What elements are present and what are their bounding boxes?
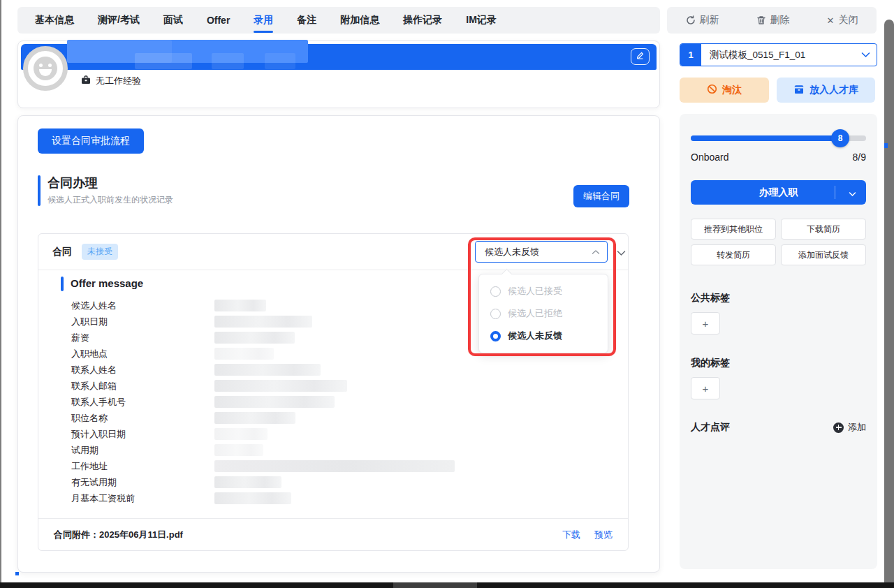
tab-assessment[interactable]: 测评/考试 bbox=[86, 7, 152, 34]
page-scrollbar[interactable] bbox=[884, 20, 894, 582]
redacted-value bbox=[214, 380, 347, 392]
download-resume-button[interactable]: 下载简历 bbox=[781, 219, 866, 240]
field-label: 候选人姓名 bbox=[71, 300, 214, 312]
field-row: 月基本工资税前 bbox=[71, 490, 614, 506]
stage-label: Onboard bbox=[691, 152, 728, 163]
tab-operation-log[interactable]: 操作记录 bbox=[391, 7, 454, 34]
field-label: 预计入职日期 bbox=[71, 428, 214, 441]
onboard-button[interactable]: 办理入职 bbox=[691, 180, 866, 205]
template-select-value: 测试模板_0515_F1_01 bbox=[701, 44, 854, 66]
experience-row: 无工作经验 bbox=[81, 75, 141, 87]
talent-pool-icon bbox=[793, 84, 805, 96]
offer-accent-bar bbox=[61, 277, 64, 291]
close-button[interactable]: ✕ 关闭 bbox=[827, 14, 858, 27]
tab-basic-info[interactable]: 基本信息 bbox=[23, 7, 86, 34]
section-subtitle: 候选人正式入职前发生的状况记录 bbox=[47, 194, 173, 206]
redacted-value bbox=[214, 348, 274, 360]
window-action-bar: 刷新 删除 ✕ 关闭 bbox=[667, 7, 877, 34]
field-row: 工作地址 bbox=[71, 458, 614, 474]
avatar-smiley-icon bbox=[34, 57, 57, 80]
stage-ratio: 8/9 bbox=[853, 152, 866, 163]
talent-pool-button[interactable]: 放入人才库 bbox=[777, 78, 875, 103]
option-candidate-rejected[interactable]: 候选人已拒绝 bbox=[479, 302, 608, 325]
scrollbar-marker bbox=[884, 143, 888, 148]
field-label: 入职日期 bbox=[71, 316, 214, 328]
chevron-up-icon bbox=[592, 247, 600, 257]
stage-progress-slider: 8 bbox=[691, 135, 866, 141]
edit-contract-button[interactable]: 编辑合同 bbox=[573, 185, 629, 207]
template-select[interactable]: 1 测试模板_0515_F1_01 bbox=[680, 43, 877, 66]
option-label: 候选人已拒绝 bbox=[508, 307, 562, 320]
radio-selected-icon bbox=[490, 331, 501, 341]
field-label: 联系人邮箱 bbox=[71, 380, 214, 392]
next-section-marker bbox=[15, 572, 19, 575]
add-interview-feedback-button[interactable]: 添加面试反馈 bbox=[781, 244, 866, 265]
contract-title: 合同 bbox=[52, 246, 72, 258]
attachment-row: 合同附件： 2025年06月11日.pdf 下载 预览 bbox=[38, 518, 628, 551]
setup-approval-flow-button[interactable]: 设置合同审批流程 bbox=[38, 128, 144, 154]
redacted-value bbox=[214, 300, 266, 311]
option-candidate-accepted[interactable]: 候选人已接受 bbox=[479, 280, 608, 302]
redacted-value bbox=[214, 316, 312, 328]
plus-circle-icon bbox=[833, 422, 844, 433]
field-label: 薪资 bbox=[71, 332, 214, 344]
trash-icon bbox=[756, 15, 766, 25]
redacted-value bbox=[214, 396, 335, 408]
contract-main-card: 设置合同审批流程 合同办理 候选人正式入职前发生的状况记录 编辑合同 合同 未接… bbox=[17, 115, 660, 573]
slider-fill bbox=[691, 135, 839, 141]
field-label: 联系人手机号 bbox=[71, 396, 214, 409]
refresh-icon bbox=[686, 15, 696, 25]
chevron-down-icon[interactable] bbox=[849, 188, 856, 199]
field-label: 联系人姓名 bbox=[71, 364, 214, 376]
feedback-select-value: 候选人未反馈 bbox=[485, 246, 539, 258]
field-row: 联系人手机号 bbox=[71, 394, 614, 410]
delete-button[interactable]: 删除 bbox=[756, 14, 790, 27]
tab-hire[interactable]: 录用 bbox=[242, 7, 285, 34]
redacted-info bbox=[212, 53, 244, 69]
refresh-button[interactable]: 刷新 bbox=[686, 14, 719, 27]
close-icon: ✕ bbox=[827, 15, 835, 26]
tab-im-log[interactable]: IM记录 bbox=[454, 7, 508, 34]
talent-review-row: 人才点评 添加 bbox=[691, 421, 866, 434]
option-candidate-no-feedback[interactable]: 候选人未反馈 bbox=[479, 325, 608, 347]
attachment-label: 合同附件： bbox=[54, 529, 99, 541]
reject-candidate-button[interactable]: 淘汰 bbox=[680, 78, 769, 103]
redacted-value bbox=[214, 332, 295, 344]
add-my-tag-button[interactable]: + bbox=[691, 377, 720, 399]
close-label: 关闭 bbox=[838, 14, 858, 27]
window-left-edge bbox=[0, 0, 1, 588]
redacted-value bbox=[214, 476, 281, 488]
recommend-other-job-button[interactable]: 推荐到其他职位 bbox=[691, 219, 776, 240]
tab-notes[interactable]: 备注 bbox=[285, 7, 328, 34]
redacted-info bbox=[265, 53, 295, 69]
tab-offer[interactable]: Offer bbox=[195, 7, 242, 34]
tab-extra-info[interactable]: 附加信息 bbox=[328, 7, 391, 34]
candidate-summary-card: 无工作经验 bbox=[17, 41, 660, 108]
add-review-button[interactable]: 添加 bbox=[833, 421, 866, 434]
tab-interview[interactable]: 面试 bbox=[152, 7, 195, 34]
redacted-info bbox=[135, 53, 192, 69]
my-tags-title: 我的标签 bbox=[691, 357, 730, 369]
add-review-label: 添加 bbox=[848, 421, 866, 434]
onboard-label: 办理入职 bbox=[759, 186, 798, 199]
field-label: 职位名称 bbox=[71, 412, 214, 425]
add-public-tag-button[interactable]: + bbox=[691, 312, 720, 335]
download-link[interactable]: 下载 bbox=[562, 529, 580, 541]
delete-label: 删除 bbox=[770, 14, 790, 27]
candidate-actions-panel: 8 Onboard 8/9 办理入职 推荐到其他职位 下载简历 转发简历 添加面… bbox=[680, 114, 877, 569]
template-index-badge: 1 bbox=[680, 44, 701, 66]
stage-row: Onboard 8/9 bbox=[691, 152, 866, 163]
field-row: 联系人姓名 bbox=[71, 362, 614, 378]
feedback-select[interactable]: 候选人未反馈 bbox=[475, 241, 608, 263]
field-row: 联系人邮箱 bbox=[71, 378, 614, 394]
edit-candidate-button[interactable] bbox=[631, 48, 650, 65]
slider-knob[interactable]: 8 bbox=[831, 129, 849, 147]
collapse-card-chevron-icon[interactable] bbox=[617, 247, 626, 259]
field-label: 试用期 bbox=[71, 444, 214, 457]
redacted-value bbox=[214, 444, 263, 456]
redacted-value bbox=[214, 492, 291, 504]
redacted-value bbox=[214, 412, 295, 424]
forward-resume-button[interactable]: 转发简历 bbox=[691, 244, 776, 265]
preview-link[interactable]: 预览 bbox=[594, 529, 613, 541]
talent-review-title: 人才点评 bbox=[691, 421, 730, 434]
